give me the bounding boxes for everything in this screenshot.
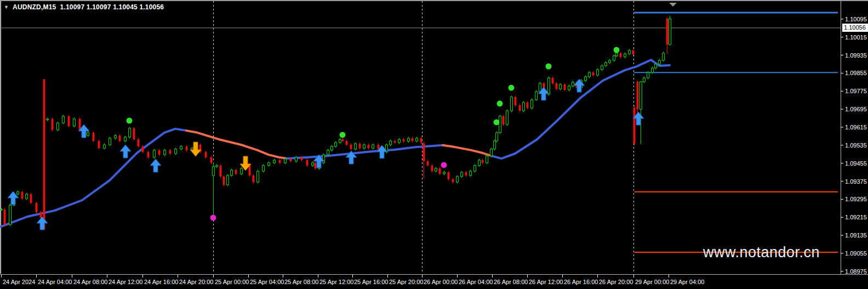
x-axis-label: 26 Apr 08:00 xyxy=(494,279,528,285)
candle-bullish xyxy=(109,138,111,145)
candle-bullish xyxy=(643,78,646,82)
x-axis-label: 25 Apr 00:00 xyxy=(215,279,249,285)
candle-bullish xyxy=(355,144,357,149)
candle-bullish xyxy=(568,86,570,90)
candle-bearish xyxy=(412,138,414,141)
candle-bullish xyxy=(443,172,446,174)
candle-bearish xyxy=(666,19,669,44)
candle-bullish xyxy=(295,157,298,161)
candle-bullish xyxy=(499,116,501,133)
watermark-text: www.notandor.cn xyxy=(703,244,820,261)
green-dot-signal-icon xyxy=(127,118,133,124)
x-axis-label: 24 Apr 16:00 xyxy=(144,279,178,285)
candle-bullish xyxy=(470,171,472,175)
candle-bearish xyxy=(253,175,255,182)
green-dot-signal-icon xyxy=(614,47,620,53)
candle-bearish xyxy=(119,135,121,141)
candle-bullish xyxy=(585,77,587,81)
candle-bullish xyxy=(613,56,615,60)
candle-bullish xyxy=(655,64,657,68)
magenta-dot-signal-icon xyxy=(210,215,216,221)
candle-bullish xyxy=(535,92,538,100)
candle-bearish xyxy=(133,128,135,139)
candle-bullish xyxy=(435,168,437,171)
candle-bullish xyxy=(257,171,259,182)
candle-bullish xyxy=(153,150,156,157)
green-dot-signal-icon xyxy=(546,64,552,70)
candle-bearish xyxy=(346,141,348,145)
candle-bullish xyxy=(335,143,337,146)
x-axis-label: 25 Apr 16:00 xyxy=(354,279,388,285)
x-axis-label: 24 Apr 12:00 xyxy=(108,279,142,285)
candle-bullish xyxy=(312,163,314,166)
moving-average-orange xyxy=(186,131,287,158)
candle-bearish xyxy=(620,53,622,57)
candle-bullish xyxy=(216,166,218,167)
y-axis-label: 1.09455 xyxy=(845,160,867,167)
candle-bearish xyxy=(147,152,150,157)
candle-bullish xyxy=(87,133,89,135)
candle-bullish xyxy=(17,192,19,194)
candle-bearish xyxy=(4,209,6,225)
candle-bearish xyxy=(43,80,45,230)
candle-bullish xyxy=(408,138,410,141)
candle-bullish xyxy=(164,150,166,155)
x-axis-label: 25 Apr 12:00 xyxy=(319,279,353,285)
candle-bearish xyxy=(552,78,554,83)
x-axis-label: 26 Apr 00:00 xyxy=(424,279,458,285)
candle-bullish xyxy=(175,149,177,154)
candle-bullish xyxy=(323,155,325,163)
y-axis-label: 1.09855 xyxy=(845,70,867,76)
x-axis-label: 26 Apr 12:00 xyxy=(529,279,563,285)
x-axis-label: 25 Apr 20:00 xyxy=(389,279,423,285)
candle-bearish xyxy=(138,139,140,146)
y-axis-label: 1.09695 xyxy=(845,106,867,112)
candle-bullish xyxy=(659,60,661,64)
candle-bearish xyxy=(439,168,441,174)
candle-bearish xyxy=(633,107,636,143)
candle-bearish xyxy=(306,160,309,166)
y-axis-label: 1.08975 xyxy=(845,268,867,275)
y-axis-label: 1.10095 xyxy=(845,16,867,22)
candle-bullish xyxy=(331,146,333,150)
buy-signal-arrow-icon xyxy=(120,145,131,158)
candle-bullish xyxy=(339,139,341,143)
candle-bearish xyxy=(169,150,172,154)
candle-bullish xyxy=(506,111,509,124)
candle-bearish xyxy=(342,139,344,141)
candle-bearish xyxy=(427,161,429,166)
candle-bullish xyxy=(262,166,265,171)
candle-bearish xyxy=(68,116,70,126)
y-axis-label: 1.09935 xyxy=(845,52,867,59)
y-axis-label: 1.09615 xyxy=(845,124,867,131)
candles-group xyxy=(1,16,671,230)
candle-bullish xyxy=(589,72,591,77)
candle-bearish xyxy=(40,212,42,218)
candle-bullish xyxy=(616,53,618,56)
candle-bullish xyxy=(1,209,3,210)
candle-bullish xyxy=(104,145,106,148)
candle-bullish xyxy=(605,63,607,66)
candle-bullish xyxy=(523,103,525,111)
candle-bullish xyxy=(669,19,671,44)
candle-bullish xyxy=(496,133,498,141)
candle-bullish xyxy=(372,145,374,148)
candle-bullish xyxy=(268,163,270,166)
candle-bullish xyxy=(461,172,463,177)
candle-bearish xyxy=(394,141,396,143)
candle-bearish xyxy=(632,50,635,54)
symbol-dropdown-icon[interactable]: ▼ xyxy=(4,4,9,10)
candle-bullish xyxy=(57,123,59,130)
candle-bearish xyxy=(52,119,54,130)
mt4-chart-window: ▼AUDNZD,M15 1.10097 1.10097 1.10045 1.10… xyxy=(0,0,868,289)
candle-bullish xyxy=(180,146,182,149)
x-axis-label: 24 Apr 20:00 xyxy=(179,279,213,285)
green-dot-signal-icon xyxy=(509,85,515,91)
candle-bearish xyxy=(235,170,237,174)
candle-bearish xyxy=(592,72,595,75)
x-axis-label: 25 Apr 04:00 xyxy=(250,279,284,285)
x-axis-label: 29 Apr 00:00 xyxy=(635,279,669,285)
x-axis-label: 29 Apr 04:00 xyxy=(670,279,704,285)
green-dot-signal-icon xyxy=(340,132,346,138)
candle-bearish xyxy=(21,192,24,199)
